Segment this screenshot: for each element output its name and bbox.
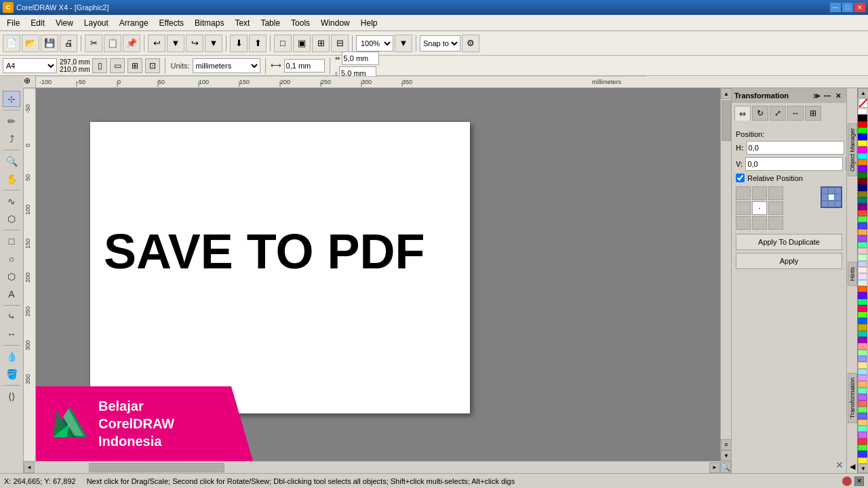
zoom-btn1[interactable]: □	[274, 35, 292, 52]
portrait-btn[interactable]: ▯	[92, 58, 107, 73]
connector-tool[interactable]: ⤷	[3, 308, 20, 325]
color-swatch-26[interactable]	[858, 273, 867, 279]
color-swatch-33[interactable]	[858, 318, 867, 324]
color-swatch-52[interactable]	[858, 439, 867, 445]
color-swatch-21[interactable]	[858, 242, 867, 248]
snap-select[interactable]: Snap to	[420, 35, 460, 52]
color-swatch-30[interactable]	[858, 299, 867, 305]
color-swatch-54[interactable]	[858, 451, 867, 457]
export-button[interactable]: ⬆	[249, 35, 267, 52]
freehand-tool[interactable]: ✏	[3, 113, 20, 129]
pos-mr[interactable]	[768, 201, 783, 215]
color-swatch-41[interactable]	[858, 369, 867, 375]
color-swatch-40[interactable]	[858, 362, 867, 368]
pos-bc[interactable]	[752, 216, 767, 230]
cut-button[interactable]: ✂	[85, 35, 102, 52]
color-swatch-7[interactable]	[858, 153, 867, 159]
color-swatch-37[interactable]	[858, 343, 867, 349]
menu-window[interactable]: Window	[315, 17, 355, 29]
palette-scroll-up[interactable]: ▲	[858, 88, 868, 98]
transformation-tab[interactable]: Transformation	[848, 373, 857, 423]
hscroll-thumb[interactable]	[89, 463, 224, 472]
color-swatch-20[interactable]	[858, 235, 867, 241]
pos-mc[interactable]: ·	[752, 201, 767, 215]
pos-tr[interactable]	[768, 186, 783, 200]
trans-tab-skew[interactable]: ⊞	[805, 106, 821, 121]
color-swatch-44[interactable]	[858, 388, 867, 394]
polygon-tool[interactable]: ⬡	[3, 268, 20, 285]
color-swatch-2[interactable]	[858, 121, 867, 127]
color-swatch-45[interactable]	[858, 394, 867, 400]
bleed-btn[interactable]: ⊡	[145, 58, 160, 73]
color-swatch-14[interactable]	[858, 197, 867, 203]
scroll-page-btn[interactable]: ≡	[721, 439, 731, 450]
minimize-button[interactable]: —	[830, 3, 841, 12]
color-swatch-47[interactable]	[858, 407, 867, 413]
color-swatch-23[interactable]	[858, 254, 867, 260]
panel-minimize[interactable]: —	[822, 90, 833, 101]
menu-arrange[interactable]: Arrange	[114, 17, 154, 29]
color-swatch-15[interactable]	[858, 203, 867, 209]
color-swatch-42[interactable]	[858, 375, 867, 381]
color-swatch-43[interactable]	[858, 381, 867, 387]
canvas-area[interactable]: SAVE TO PDF Belajar	[36, 88, 731, 461]
zoom-dropdown[interactable]: ▼	[395, 35, 412, 52]
status-icon-snap[interactable]	[842, 476, 852, 486]
color-swatch-1[interactable]	[858, 115, 867, 121]
color-swatch-29[interactable]	[858, 292, 867, 298]
nudge-input[interactable]	[284, 59, 325, 73]
panel-expand[interactable]: ≫	[811, 90, 822, 101]
v-input[interactable]	[745, 157, 843, 171]
color-swatch-10[interactable]	[858, 172, 867, 178]
color-swatch-38[interactable]	[858, 350, 867, 356]
color-swatch-0[interactable]	[858, 108, 867, 115]
menu-help[interactable]: Help	[355, 17, 383, 29]
menu-edit[interactable]: Edit	[25, 17, 50, 29]
panel-close[interactable]: ✕	[833, 90, 844, 101]
menu-tools[interactable]: Tools	[285, 17, 315, 29]
page-size-select[interactable]: A4	[3, 58, 57, 73]
scroll-down-button[interactable]: ▼	[721, 450, 731, 461]
text-tool[interactable]: A	[3, 286, 20, 302]
trans-tab-position[interactable]: ⇔	[734, 106, 751, 121]
interactive-tool[interactable]: ⟨⟩	[3, 388, 20, 405]
trans-tab-scale[interactable]: ⤢	[770, 106, 786, 121]
smart-draw-tool[interactable]: ⤴	[3, 131, 20, 147]
save-button[interactable]: 💾	[41, 35, 58, 52]
redo-button[interactable]: ↪	[186, 35, 203, 52]
scroll-left-button[interactable]: ◄	[24, 462, 35, 473]
menu-bitmaps[interactable]: Bitmaps	[189, 17, 229, 29]
zoom-btn2[interactable]: ▣	[293, 35, 311, 52]
color-swatch-39[interactable]	[858, 356, 867, 362]
redo-dropdown[interactable]: ▼	[205, 35, 222, 52]
smart-fill-tool[interactable]: ⬡	[3, 211, 20, 227]
color-swatch-22[interactable]	[858, 248, 867, 254]
relative-position-checkbox[interactable]	[736, 174, 745, 182]
color-swatch-12[interactable]	[858, 184, 867, 190]
zoom-btn4[interactable]: ⊟	[331, 35, 349, 52]
color-swatch-34[interactable]	[858, 324, 867, 330]
scroll-right-button[interactable]: ►	[709, 462, 720, 473]
snap-settings[interactable]: ⚙	[462, 35, 479, 52]
color-swatch-53[interactable]	[858, 445, 867, 451]
color-swatch-5[interactable]	[858, 140, 867, 146]
color-swatch-49[interactable]	[858, 420, 867, 426]
color-swatch-46[interactable]	[858, 401, 867, 407]
pan-tool[interactable]: ✋	[3, 171, 20, 187]
pos-tl[interactable]	[736, 186, 751, 200]
zoom-btn3[interactable]: ⊞	[312, 35, 330, 52]
zoom-tool[interactable]: 🔍	[3, 153, 20, 169]
side-arrow[interactable]: ◀	[847, 460, 857, 473]
menu-file[interactable]: File	[1, 17, 25, 29]
color-swatch-18[interactable]	[858, 222, 867, 228]
curve-tool[interactable]: ∿	[3, 193, 20, 209]
hints-tab[interactable]: Hints	[848, 262, 857, 286]
pos-ml[interactable]	[736, 201, 751, 215]
new-button[interactable]: 📄	[3, 35, 20, 52]
panel-close-x[interactable]: ✕	[835, 460, 844, 470]
pos-tc[interactable]	[752, 186, 767, 200]
menu-effects[interactable]: Effects	[154, 17, 189, 29]
zoom-canvas-btn[interactable]: 🔍	[720, 462, 731, 473]
color-swatch-17[interactable]	[858, 216, 867, 222]
palette-scroll-down[interactable]: ▼	[858, 464, 868, 473]
